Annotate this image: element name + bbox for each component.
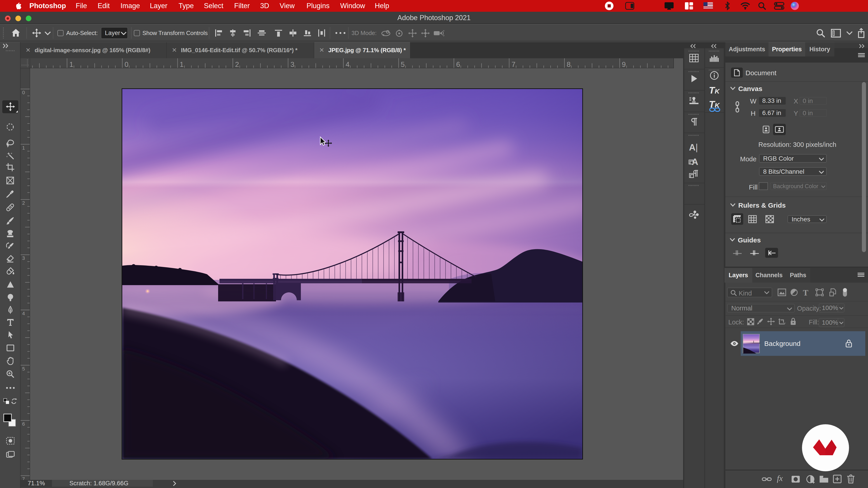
svg-text:6: 6	[456, 61, 460, 68]
svg-text:0: 0	[22, 90, 25, 95]
svg-text:8: 8	[567, 61, 570, 68]
svg-text:6: 6	[22, 421, 25, 427]
svg-text:9: 9	[622, 61, 626, 68]
svg-text:1: 1	[69, 61, 73, 68]
svg-text:3: 3	[22, 255, 25, 261]
svg-text:1: 1	[22, 145, 25, 151]
svg-text:7: 7	[22, 476, 25, 480]
svg-text:0: 0	[125, 61, 128, 68]
svg-text:4: 4	[346, 61, 349, 68]
svg-text:1: 1	[180, 61, 184, 68]
svg-text:5: 5	[22, 366, 25, 372]
svg-text:3: 3	[290, 61, 294, 68]
svg-text:4: 4	[22, 311, 25, 316]
svg-text:2: 2	[235, 61, 239, 68]
svg-text:7: 7	[512, 61, 515, 68]
svg-text:5: 5	[401, 61, 405, 68]
svg-text:2: 2	[22, 200, 25, 206]
